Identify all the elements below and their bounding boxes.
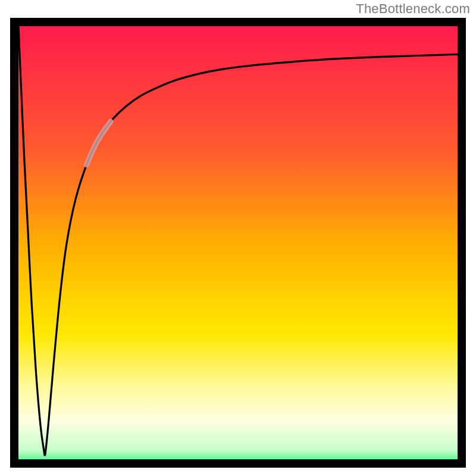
bottleneck-curve [18,26,458,455]
plot-area [18,26,458,459]
attribution-label: TheBottleneck.com [356,1,470,17]
chart-svg [18,26,458,459]
highlight-segment [86,121,111,165]
plot-frame [10,18,466,468]
chart-container: TheBottleneck.com [0,0,476,476]
